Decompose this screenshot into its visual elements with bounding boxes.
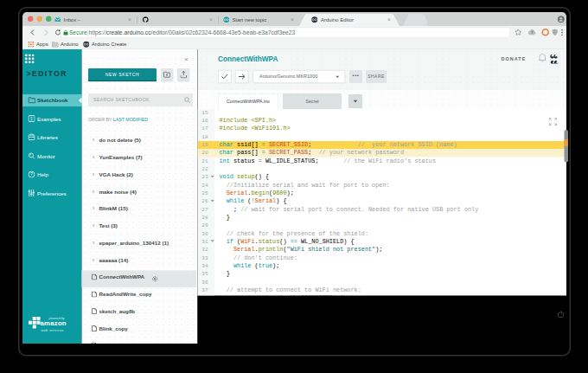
svg-text:?: ? (30, 171, 33, 177)
